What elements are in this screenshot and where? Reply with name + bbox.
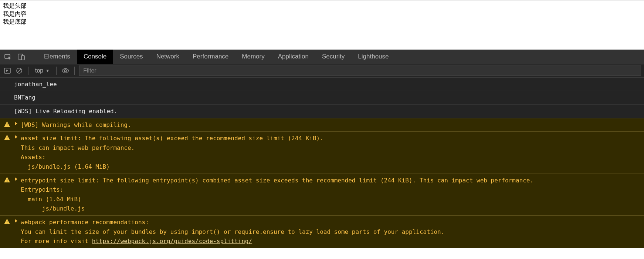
log-text: [WDS] Warnings while compiling. (21, 120, 641, 130)
page-line: 我是内容 (3, 10, 641, 18)
log-text: asset size limit: The following asset(s)… (21, 134, 641, 171)
tab-performance[interactable]: Performance (186, 50, 235, 64)
tab-lighthouse[interactable]: Lighthouse (351, 50, 395, 64)
svg-rect-2 (21, 56, 24, 60)
context-selector[interactable]: top ▼ (33, 67, 52, 74)
svg-rect-13 (7, 221, 7, 222)
log-link[interactable]: https://webpack.js.org/guides/code-split… (92, 238, 252, 245)
log-row: jonathan_lee (0, 78, 644, 91)
tab-sources[interactable]: Sources (113, 50, 149, 64)
warning-icon (4, 121, 10, 128)
inspect-icon[interactable] (4, 52, 13, 61)
svg-rect-11 (7, 179, 7, 181)
svg-rect-12 (7, 181, 7, 182)
log-text: [WDS] Live Reloading enabled. (14, 108, 117, 115)
warning-icon (4, 218, 10, 225)
log-row: [WDS] Live Reloading enabled. (0, 105, 644, 118)
tab-network[interactable]: Network (150, 50, 186, 64)
expand-arrow-icon[interactable] (15, 177, 17, 181)
clear-console-icon[interactable] (15, 66, 24, 75)
console-messages: jonathan_lee BNTang [WDS] Live Reloading… (0, 78, 644, 248)
svg-rect-8 (7, 125, 7, 126)
log-row: BNTang (0, 91, 644, 105)
warning-icon (4, 176, 10, 183)
log-row-warning: asset size limit: The following asset(s)… (0, 132, 644, 174)
tab-security[interactable]: Security (315, 50, 351, 64)
toggle-sidebar-icon[interactable] (3, 66, 12, 75)
svg-rect-10 (7, 139, 7, 140)
svg-rect-14 (7, 223, 7, 223)
tab-elements[interactable]: Elements (37, 50, 77, 64)
log-text: BNTang (14, 94, 35, 101)
console-toolbar: top ▼ (0, 64, 644, 78)
log-text: webpack performance recommendations: You… (21, 218, 641, 246)
tab-memory[interactable]: Memory (235, 50, 271, 64)
log-row-warning: entrypoint size limit: The following ent… (0, 174, 644, 216)
svg-point-6 (64, 70, 67, 72)
tab-console[interactable]: Console (77, 50, 113, 64)
page-line: 我是头部 (3, 2, 641, 10)
expand-arrow-icon[interactable] (15, 135, 17, 139)
warning-icon (4, 134, 10, 141)
expand-arrow-icon[interactable] (15, 122, 17, 125)
page-line: 我是底部 (3, 18, 641, 26)
filter-input[interactable] (79, 65, 641, 76)
log-text: jonathan_lee (14, 81, 57, 88)
page-content: 我是头部 我是内容 我是底部 (0, 0, 644, 27)
expand-arrow-icon[interactable] (15, 219, 17, 223)
devtools-panel: Elements Console Sources Network Perform… (0, 50, 644, 248)
tab-application[interactable]: Application (271, 50, 315, 64)
devtools-tabs: Elements Console Sources Network Perform… (0, 50, 644, 64)
chevron-down-icon: ▼ (45, 68, 50, 73)
log-row-warning: webpack performance recommendations: You… (0, 216, 644, 248)
svg-line-5 (17, 69, 21, 73)
svg-rect-9 (7, 137, 7, 138)
log-text: entrypoint size limit: The following ent… (21, 176, 641, 213)
device-toolbar-icon[interactable] (17, 52, 26, 61)
eye-icon[interactable] (61, 66, 70, 75)
svg-rect-7 (7, 123, 7, 125)
context-label: top (35, 67, 43, 74)
log-row-warning: [WDS] Warnings while compiling. (0, 118, 644, 132)
